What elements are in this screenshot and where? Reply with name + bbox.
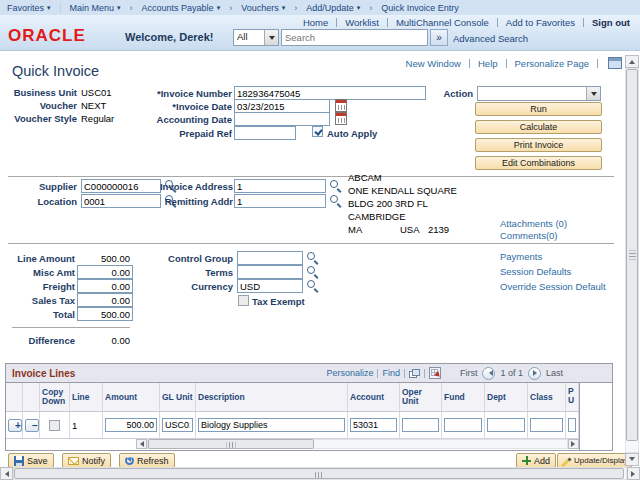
auto-apply-checkbox[interactable] xyxy=(312,126,323,137)
payments-link[interactable]: Payments xyxy=(500,251,542,262)
description-input[interactable] xyxy=(198,418,345,432)
fund-input[interactable] xyxy=(444,418,482,432)
invoice-date-input[interactable] xyxy=(234,99,330,113)
breadcrumb-vouchers[interactable]: Vouchers ▾ xyxy=(234,3,292,13)
action-select[interactable] xyxy=(477,86,601,101)
update-display-button[interactable]: Update/Display xyxy=(557,453,632,468)
chevron-down-icon[interactable] xyxy=(264,30,278,45)
sign-out-link[interactable]: Sign out xyxy=(592,17,630,28)
breadcrumb-label: Accounts Payable xyxy=(142,3,214,13)
add-button[interactable]: Add xyxy=(516,453,556,468)
oper-unit-input[interactable] xyxy=(402,418,439,432)
breadcrumb-accounts-payable[interactable]: Accounts Payable ▾ xyxy=(135,3,228,13)
column-header-account: Account xyxy=(348,383,400,411)
add-to-favorites-link[interactable]: Add to Favorites xyxy=(506,17,575,28)
view-all-icon[interactable] xyxy=(409,369,420,378)
gl-unit-input[interactable] xyxy=(162,418,193,432)
breadcrumb: Favorites ▾ Main Menu ▾ › Accounts Payab… xyxy=(0,0,640,16)
lookup-icon[interactable] xyxy=(306,265,319,278)
breadcrumb-favorites-menu[interactable]: Favorites ▾ xyxy=(0,3,58,13)
comments-link[interactable]: Comments(0) xyxy=(500,230,558,241)
previous-page-icon[interactable] xyxy=(482,367,495,380)
utility-links: Home Worklist MultiChannel Console Add t… xyxy=(303,17,630,28)
class-input[interactable] xyxy=(530,418,563,432)
horizontal-scrollbar-thumb[interactable] xyxy=(14,468,624,479)
total-label: Total xyxy=(0,309,75,320)
supplier-address-country: USA xyxy=(400,224,420,235)
divider xyxy=(12,327,130,328)
control-group-input[interactable] xyxy=(237,251,303,265)
lookup-icon[interactable] xyxy=(329,194,342,207)
save-button[interactable]: Save xyxy=(8,453,54,468)
row-cell xyxy=(485,412,528,438)
run-button[interactable]: Run xyxy=(475,102,602,116)
scroll-left-button[interactable] xyxy=(136,439,147,449)
notify-button[interactable]: Notify xyxy=(62,453,111,468)
lookup-icon[interactable] xyxy=(329,179,342,192)
grid-horizontal-scrollbar[interactable] xyxy=(6,438,579,450)
terms-input[interactable] xyxy=(237,265,303,279)
accounting-date-input[interactable] xyxy=(234,112,330,126)
search-go-button[interactable]: » xyxy=(430,29,448,46)
new-window-link[interactable]: New Window xyxy=(406,58,461,69)
row-cell xyxy=(400,412,442,438)
remitting-addr-input[interactable] xyxy=(234,194,326,208)
prepaid-ref-input[interactable] xyxy=(234,126,296,140)
delete-row-button[interactable]: − xyxy=(25,419,39,432)
line-amount-value: 500.00 xyxy=(70,253,130,264)
scroll-up-button[interactable] xyxy=(625,55,639,68)
copy-down-checkbox[interactable] xyxy=(49,420,60,431)
download-to-excel-icon[interactable] xyxy=(429,367,441,379)
row-cell xyxy=(348,412,400,438)
scroll-left-button[interactable] xyxy=(0,467,13,480)
breadcrumb-separator-icon: › xyxy=(227,3,234,13)
row-cell: − xyxy=(23,412,40,438)
scroll-down-button[interactable] xyxy=(625,453,639,466)
multichannel-console-link[interactable]: MultiChannel Console xyxy=(396,17,489,28)
calculate-button[interactable]: Calculate xyxy=(475,120,602,134)
override-session-default-link[interactable]: Override Session Default xyxy=(500,281,606,292)
clipped-input[interactable] xyxy=(568,418,576,432)
breadcrumb-main-menu[interactable]: Main Menu ▾ xyxy=(63,3,128,13)
search-scope-select[interactable]: All xyxy=(233,29,279,46)
refresh-button[interactable]: Refresh xyxy=(119,453,175,468)
calendar-icon[interactable] xyxy=(335,99,347,112)
search-input[interactable] xyxy=(281,29,428,46)
tax-exempt-checkbox[interactable] xyxy=(238,295,249,306)
calendar-icon[interactable] xyxy=(335,112,347,125)
add-row-button[interactable]: + xyxy=(8,419,22,432)
scrollbar-thumb[interactable] xyxy=(148,439,314,449)
lookup-icon[interactable] xyxy=(306,251,319,264)
help-link[interactable]: Help xyxy=(478,58,498,69)
advanced-search-link[interactable]: Advanced Search xyxy=(453,33,528,44)
chevron-down-icon[interactable] xyxy=(586,87,600,100)
freight-input[interactable] xyxy=(77,279,133,293)
vertical-scrollbar-thumb[interactable] xyxy=(626,69,638,441)
print-invoice-button[interactable]: Print Invoice xyxy=(475,138,602,152)
total-input[interactable] xyxy=(77,307,133,321)
invoice-address-input[interactable] xyxy=(234,179,326,193)
scroll-right-button[interactable] xyxy=(627,467,640,480)
breadcrumb-label: Quick Invoice Entry xyxy=(381,3,459,13)
next-page-icon[interactable] xyxy=(528,367,541,380)
amount-input[interactable] xyxy=(105,418,157,432)
breadcrumb-add-update[interactable]: Add/Update ▾ xyxy=(299,3,367,13)
worklist-link[interactable]: Worklist xyxy=(345,17,379,28)
account-input[interactable] xyxy=(350,418,397,432)
personalize-page-link[interactable]: Personalize Page xyxy=(515,58,589,69)
attachments-link[interactable]: Attachments (0) xyxy=(500,218,567,229)
personalize-link[interactable]: Personalize xyxy=(326,368,373,378)
scroll-right-button[interactable] xyxy=(568,439,579,449)
find-link[interactable]: Find xyxy=(382,368,400,378)
personalize-layout-icon[interactable] xyxy=(608,57,622,69)
home-link[interactable]: Home xyxy=(303,17,328,28)
edit-combinations-button[interactable]: Edit Combinations xyxy=(475,156,602,170)
invoice-number-input[interactable] xyxy=(234,86,426,100)
pagination-last: Last xyxy=(546,368,563,378)
session-defaults-link[interactable]: Session Defaults xyxy=(500,266,571,277)
currency-input[interactable] xyxy=(237,279,303,293)
misc-amt-input[interactable] xyxy=(77,265,133,279)
lookup-icon[interactable] xyxy=(306,279,319,292)
sales-tax-input[interactable] xyxy=(77,293,133,307)
dept-input[interactable] xyxy=(487,418,525,432)
